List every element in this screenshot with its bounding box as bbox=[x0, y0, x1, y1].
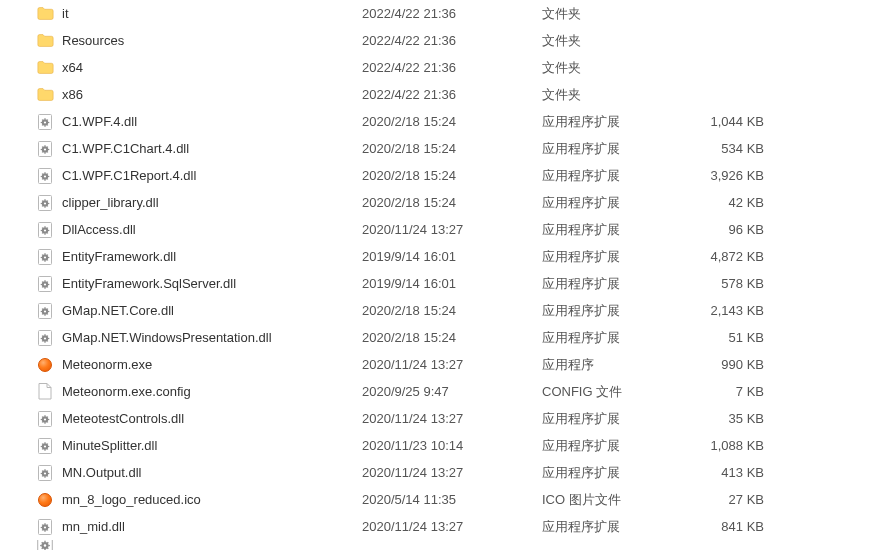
file-row[interactable]: C1.WPF.C1Report.4.dll2020/2/18 15:24应用程序… bbox=[0, 162, 876, 189]
file-size: 51 KB bbox=[682, 330, 772, 345]
file-name: it bbox=[62, 6, 362, 21]
svg-rect-113 bbox=[44, 442, 45, 443]
file-name: Meteonorm.exe bbox=[62, 357, 362, 372]
file-type: 应用程序扩展 bbox=[542, 140, 682, 158]
file-size: 4,872 KB bbox=[682, 249, 772, 264]
file-row[interactable]: Resources2022/4/22 21:36文件夹 bbox=[0, 27, 876, 54]
file-date: 2020/2/18 15:24 bbox=[362, 195, 542, 210]
svg-rect-127 bbox=[48, 472, 49, 473]
file-row[interactable]: Meteonorm.exe.config2020/9/25 9:47CONFIG… bbox=[0, 378, 876, 405]
svg-rect-61 bbox=[48, 256, 49, 257]
file-date: 2020/2/18 15:24 bbox=[362, 168, 542, 183]
file-row[interactable]: x642022/4/22 21:36文件夹 bbox=[0, 54, 876, 81]
file-row[interactable]: mn_8_logo_reduced.ico2020/5/14 11:35ICO … bbox=[0, 486, 876, 513]
svg-rect-115 bbox=[41, 445, 42, 446]
file-name: Meteonorm.exe.config bbox=[62, 384, 362, 399]
file-date: 2022/4/22 21:36 bbox=[362, 6, 542, 21]
file-row[interactable]: mn_mid.dll2020/11/24 13:27应用程序扩展841 KB bbox=[0, 513, 876, 540]
file-row[interactable]: MN.Output.dll2020/11/24 13:27应用程序扩展413 K… bbox=[0, 459, 876, 486]
svg-point-112 bbox=[44, 445, 46, 447]
file-type: 应用程序扩展 bbox=[542, 248, 682, 266]
file-date: 2019/9/14 16:01 bbox=[362, 276, 542, 291]
svg-rect-71 bbox=[41, 283, 42, 284]
file-name: MN.Output.dll bbox=[62, 465, 362, 480]
svg-rect-6 bbox=[48, 121, 49, 122]
svg-rect-82 bbox=[41, 310, 42, 311]
file-name: C1.WPF.C1Report.4.dll bbox=[62, 168, 362, 183]
file-name: MinuteSplitter.dll bbox=[62, 438, 362, 453]
svg-rect-135 bbox=[44, 523, 45, 524]
file-name: Resources bbox=[62, 33, 362, 48]
file-date: 2020/2/18 15:24 bbox=[362, 330, 542, 345]
svg-rect-92 bbox=[44, 341, 45, 342]
svg-rect-138 bbox=[48, 526, 49, 527]
file-name: EntityFramework.SqlServer.dll bbox=[62, 276, 362, 291]
file-size: 990 KB bbox=[682, 357, 772, 372]
file-type: 文件夹 bbox=[542, 59, 682, 77]
exe-icon bbox=[36, 356, 54, 374]
file-type: 应用程序 bbox=[542, 356, 682, 374]
svg-rect-147 bbox=[44, 549, 45, 550]
file-type: 应用程序扩展 bbox=[542, 464, 682, 482]
file-row[interactable]: EntityFramework.SqlServer.dll2019/9/14 1… bbox=[0, 270, 876, 297]
svg-rect-124 bbox=[44, 469, 45, 470]
file-row[interactable]: MeteotestControls.dll2020/11/24 13:27应用程… bbox=[0, 405, 876, 432]
file-type: 应用程序扩展 bbox=[542, 167, 682, 185]
svg-rect-49 bbox=[41, 229, 42, 230]
folder-icon bbox=[36, 59, 54, 77]
svg-rect-102 bbox=[44, 415, 45, 416]
file-size: 841 KB bbox=[682, 519, 772, 534]
svg-rect-114 bbox=[44, 449, 45, 450]
svg-rect-148 bbox=[40, 545, 42, 546]
file-size: 1,088 KB bbox=[682, 438, 772, 453]
file-row[interactable]: MinuteSplitter.dll2020/11/23 10:14应用程序扩展… bbox=[0, 432, 876, 459]
dll-icon bbox=[36, 540, 54, 550]
dll-icon bbox=[36, 275, 54, 293]
file-size: 96 KB bbox=[682, 222, 772, 237]
file-row[interactable]: clipper_library.dll2020/2/18 15:24应用程序扩展… bbox=[0, 189, 876, 216]
svg-rect-83 bbox=[48, 310, 49, 311]
file-row[interactable]: Meteonorm.exe2020/11/24 13:27应用程序990 KB bbox=[0, 351, 876, 378]
svg-point-68 bbox=[44, 283, 46, 285]
svg-rect-27 bbox=[41, 175, 42, 176]
dll-icon bbox=[36, 248, 54, 266]
file-date: 2022/4/22 21:36 bbox=[362, 60, 542, 75]
file-type: 应用程序扩展 bbox=[542, 275, 682, 293]
file-row[interactable]: C1.WPF.C1Chart.4.dll2020/2/18 15:24应用程序扩… bbox=[0, 135, 876, 162]
file-type: 文件夹 bbox=[542, 5, 682, 23]
file-name: EntityFramework.dll bbox=[62, 249, 362, 264]
file-date: 2020/11/23 10:14 bbox=[362, 438, 542, 453]
svg-rect-36 bbox=[44, 199, 45, 200]
file-row[interactable]: it2022/4/22 21:36文件夹 bbox=[0, 0, 876, 27]
file-row[interactable]: GMap.NET.Core.dll2020/2/18 15:24应用程序扩展2,… bbox=[0, 297, 876, 324]
file-row[interactable]: EntityFramework.dll2019/9/14 16:01应用程序扩展… bbox=[0, 243, 876, 270]
file-row[interactable]: C1.WPF.4.dll2020/2/18 15:24应用程序扩展1,044 K… bbox=[0, 108, 876, 135]
dll-icon bbox=[36, 302, 54, 320]
svg-rect-105 bbox=[48, 418, 49, 419]
file-row[interactable]: GMap.NET.WindowsPresentation.dll2020/2/1… bbox=[0, 324, 876, 351]
file-name: DllAccess.dll bbox=[62, 222, 362, 237]
file-type: 应用程序扩展 bbox=[542, 437, 682, 455]
file-size: 35 KB bbox=[682, 411, 772, 426]
svg-rect-28 bbox=[48, 175, 49, 176]
dll-icon bbox=[36, 167, 54, 185]
file-date: 2020/11/24 13:27 bbox=[362, 411, 542, 426]
file-row[interactable]: DllAccess.dll2020/11/24 13:27应用程序扩展96 KB bbox=[0, 216, 876, 243]
svg-rect-15 bbox=[44, 152, 45, 153]
svg-point-35 bbox=[44, 202, 46, 204]
dll-icon bbox=[36, 329, 54, 347]
file-size: 413 KB bbox=[682, 465, 772, 480]
svg-rect-17 bbox=[48, 148, 49, 149]
folder-icon bbox=[36, 5, 54, 23]
file-row[interactable]: x862022/4/22 21:36文件夹 bbox=[0, 81, 876, 108]
svg-point-134 bbox=[44, 526, 46, 528]
dll-icon bbox=[36, 410, 54, 428]
svg-rect-26 bbox=[44, 179, 45, 180]
svg-rect-70 bbox=[44, 287, 45, 288]
svg-rect-39 bbox=[48, 202, 49, 203]
file-name: x86 bbox=[62, 87, 362, 102]
svg-rect-38 bbox=[41, 202, 42, 203]
file-date: 2020/2/18 15:24 bbox=[362, 303, 542, 318]
dll-icon bbox=[36, 221, 54, 239]
file-date: 2019/9/14 16:01 bbox=[362, 249, 542, 264]
